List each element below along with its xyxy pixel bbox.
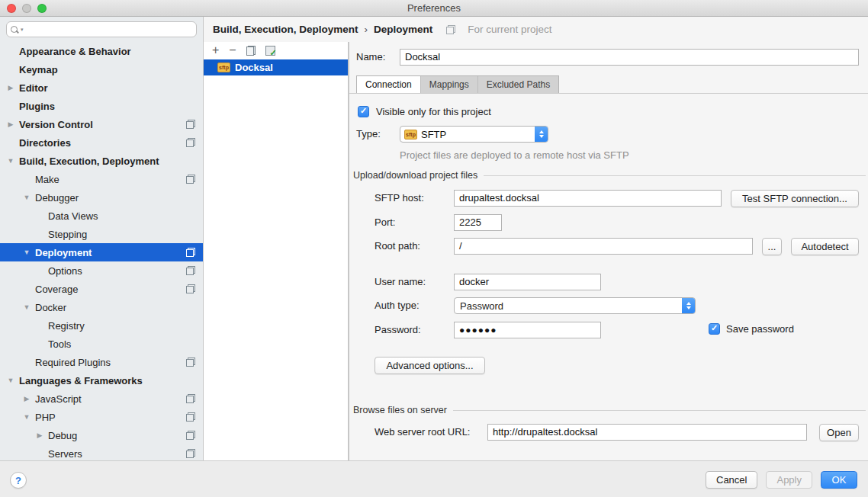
web-root-label: Web server root URL: — [375, 424, 470, 441]
chevron-down-icon[interactable]: ▼ — [22, 194, 31, 201]
browse-section-header: Browse files on server — [353, 405, 866, 415]
sidebar-item-debugger[interactable]: ▼Debugger — [0, 188, 203, 207]
duplicate-server-icon[interactable] — [246, 46, 256, 56]
chevron-down-icon[interactable]: ▼ — [6, 157, 15, 165]
chevron-right-icon[interactable]: ▶ — [6, 120, 15, 128]
visible-only-checkbox[interactable] — [358, 106, 369, 117]
port-input[interactable]: 2225 — [454, 214, 502, 231]
chevron-down-icon[interactable]: ▼ — [22, 303, 31, 311]
type-value: SFTP — [421, 129, 446, 140]
project-icon — [446, 25, 455, 34]
web-root-input[interactable]: http://drupaltest.docksal — [487, 424, 807, 441]
project-icon — [186, 138, 195, 147]
test-sftp-connection-button[interactable]: Test SFTP connection... — [731, 190, 859, 207]
sidebar-item-label: Registry — [48, 320, 85, 332]
remove-server-button[interactable]: − — [229, 44, 236, 56]
sidebar-item-registry[interactable]: Registry — [0, 316, 203, 335]
ok-button[interactable]: OK — [821, 471, 857, 489]
chevron-right-icon[interactable]: ▶ — [6, 84, 15, 91]
sidebar-item-keymap[interactable]: Keymap — [0, 60, 203, 79]
project-icon — [186, 449, 195, 458]
sidebar-item-label: Stepping — [48, 229, 87, 240]
root-path-input[interactable]: / — [454, 238, 753, 255]
advanced-options-button[interactable]: Advanced options... — [375, 357, 485, 374]
sftp-icon: sftp — [404, 130, 417, 139]
sidebar-item-options[interactable]: Options — [0, 261, 203, 280]
use-as-default-icon[interactable] — [265, 46, 275, 56]
cancel-button[interactable]: Cancel — [706, 471, 757, 489]
sidebar-item-label: Required Plugins — [35, 357, 111, 368]
password-input[interactable]: ●●●●●● — [454, 322, 601, 338]
sftp-host-input[interactable]: drupaltest.docksal — [454, 190, 722, 207]
sidebar-item-plugins[interactable]: Plugins — [0, 97, 203, 115]
sftp-host-label: SFTP host: — [375, 190, 424, 207]
sidebar-item-data-views[interactable]: Data Views — [0, 207, 203, 225]
chevron-down-icon[interactable]: ▼ — [22, 248, 31, 256]
apply-button[interactable]: Apply — [766, 471, 812, 489]
sidebar-item-label: Servers — [48, 448, 82, 460]
tab-excluded-paths[interactable]: Excluded Paths — [478, 76, 558, 93]
sidebar-item-javascript[interactable]: ▶JavaScript — [0, 390, 203, 408]
autodetect-button[interactable]: Autodetect — [791, 238, 859, 255]
sidebar-item-version-control[interactable]: ▶Version Control — [0, 115, 203, 133]
search-input[interactable]: ▾ — [6, 21, 197, 37]
sidebar-item-build-execution-deployment[interactable]: ▼Build, Execution, Deployment — [0, 152, 203, 170]
server-list-item[interactable]: sftpDocksal — [204, 59, 348, 75]
sidebar-item-label: Coverage — [35, 284, 78, 295]
for-current-project: For current project — [446, 24, 551, 35]
auth-type-value: Password — [460, 300, 503, 312]
chevron-down-icon[interactable]: ▼ — [22, 413, 31, 421]
sidebar-item-languages-frameworks[interactable]: ▼Languages & Frameworks — [0, 371, 203, 390]
project-icon — [186, 431, 195, 440]
sidebar-item-php[interactable]: ▼PHP — [0, 408, 203, 426]
save-password-checkbox[interactable] — [709, 323, 720, 335]
upload-section-title: Upload/download project files — [353, 170, 477, 181]
section-rule — [453, 410, 866, 411]
sidebar-item-debug[interactable]: ▶Debug — [0, 426, 203, 444]
type-select[interactable]: sftp SFTP — [400, 126, 548, 143]
type-label: Type: — [356, 126, 381, 143]
open-url-button[interactable]: Open — [819, 424, 859, 441]
tab-connection[interactable]: Connection — [357, 76, 421, 93]
chevron-down-icon[interactable]: ▼ — [6, 377, 15, 384]
chevron-down-icon: ▾ — [21, 27, 24, 33]
auth-type-label: Auth type: — [375, 297, 420, 314]
chevron-right-icon[interactable]: ▶ — [35, 431, 44, 439]
sidebar-item-tools[interactable]: Tools — [0, 335, 203, 353]
visible-only-label: Visible only for this project — [376, 106, 491, 118]
name-input[interactable]: Docksal — [400, 49, 859, 66]
sidebar-item-coverage[interactable]: Coverage — [0, 280, 203, 298]
help-button[interactable]: ? — [10, 472, 27, 489]
tab-mappings[interactable]: Mappings — [421, 76, 478, 93]
sidebar-item-make[interactable]: Make — [0, 170, 203, 188]
sidebar-item-stepping[interactable]: Stepping — [0, 225, 203, 243]
search-icon — [11, 26, 18, 34]
user-name-input[interactable]: docker — [454, 274, 601, 290]
sidebar-item-servers[interactable]: Servers — [0, 444, 203, 460]
breadcrumb-separator: › — [365, 24, 368, 35]
save-password-label: Save password — [726, 323, 794, 335]
server-list: sftpDocksal — [204, 59, 348, 75]
project-icon — [186, 394, 195, 403]
servers-list-panel: + − sftpDocksal — [204, 42, 349, 460]
auth-type-select[interactable]: Password — [454, 297, 696, 314]
sidebar-item-appearance-behavior[interactable]: Appearance & Behavior — [0, 42, 203, 60]
sidebar-item-editor[interactable]: ▶Editor — [0, 79, 203, 97]
sidebar-item-docker[interactable]: ▼Docker — [0, 298, 203, 316]
preferences-window: Preferences ▾ Appearance & BehaviorKeyma… — [0, 0, 868, 497]
sidebar-item-required-plugins[interactable]: Required Plugins — [0, 353, 203, 371]
sidebar-item-label: Tools — [48, 338, 71, 350]
sidebar-item-label: Editor — [19, 82, 48, 94]
title-bar: Preferences — [0, 0, 868, 17]
sidebar-item-directories[interactable]: Directories — [0, 133, 203, 152]
sidebar-item-deployment[interactable]: ▼Deployment — [0, 243, 203, 261]
section-rule — [484, 175, 866, 176]
chevron-right-icon[interactable]: ▶ — [22, 395, 31, 402]
breadcrumb-header: Build, Execution, Deployment › Deploymen… — [204, 17, 868, 42]
server-name: Docksal — [235, 62, 273, 73]
breadcrumb-part1[interactable]: Build, Execution, Deployment — [213, 24, 358, 35]
stepper-icon — [682, 298, 695, 313]
browse-root-path-button[interactable]: ... — [762, 238, 782, 255]
add-server-button[interactable]: + — [212, 44, 219, 56]
sidebar-item-label: Data Views — [48, 210, 98, 222]
